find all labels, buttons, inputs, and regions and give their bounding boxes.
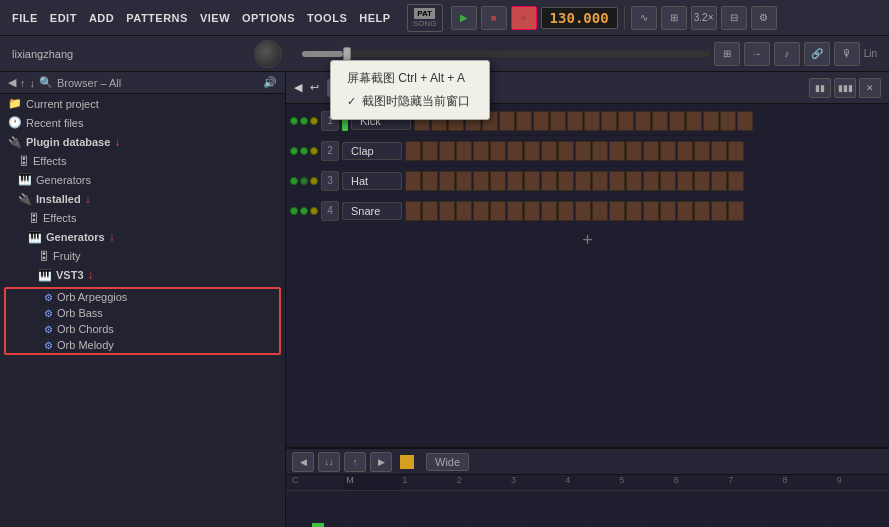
kick-pad-8[interactable] <box>533 111 549 131</box>
vst3-item-orb-melody[interactable]: ⚙ Orb Melody <box>6 337 279 353</box>
hat-pad-6[interactable] <box>490 171 506 191</box>
hat-pad-13[interactable] <box>609 171 625 191</box>
sidebar-item-installed[interactable]: 🔌 Installed ↓ <box>0 189 285 209</box>
clap-pad-11[interactable] <box>575 141 591 161</box>
snare-pad-18[interactable] <box>694 201 710 221</box>
vst3-item-orb-chords[interactable]: ⚙ Orb Chords <box>6 321 279 337</box>
record-button[interactable]: ● <box>511 6 537 30</box>
snare-pad-7[interactable] <box>507 201 523 221</box>
kick-pad-17[interactable] <box>686 111 702 131</box>
mixer-icon-btn[interactable]: ⊞ <box>714 42 740 66</box>
snare-pad-9[interactable] <box>541 201 557 221</box>
hat-pad-2[interactable] <box>422 171 438 191</box>
clap-pad-20[interactable] <box>728 141 744 161</box>
rack-bar-small[interactable]: ▮▮ <box>809 78 831 98</box>
hat-pad-11[interactable] <box>575 171 591 191</box>
hat-dot1[interactable] <box>290 177 298 185</box>
grid-content[interactable] <box>286 491 889 527</box>
menu-options[interactable]: OPTIONS <box>236 8 301 28</box>
snare-pad-1[interactable] <box>405 201 421 221</box>
clap-pad-16[interactable] <box>660 141 676 161</box>
snare-dot1[interactable] <box>290 207 298 215</box>
snare-pad-5[interactable] <box>473 201 489 221</box>
rack-close-btn[interactable]: ✕ <box>859 78 881 98</box>
undo-rack-btn[interactable]: ↩ <box>310 81 319 94</box>
kick-pad-16[interactable] <box>669 111 685 131</box>
bpm-display[interactable]: 130.000 <box>541 7 618 29</box>
sidebar-item-generators[interactable]: 🎹 Generators <box>0 170 285 189</box>
kick-pad-6[interactable] <box>499 111 515 131</box>
prev-icon[interactable]: ◀ <box>8 76 16 89</box>
snare-pad-12[interactable] <box>592 201 608 221</box>
kick-dot1[interactable] <box>290 117 298 125</box>
snare-name[interactable]: Snare <box>342 202 402 220</box>
color-swatch[interactable] <box>400 455 414 469</box>
hat-pad-18[interactable] <box>694 171 710 191</box>
vst3-item-orb-bass[interactable]: ⚙ Orb Bass <box>6 305 279 321</box>
settings-btn[interactable]: ⚙ <box>751 6 777 30</box>
hat-pad-16[interactable] <box>660 171 676 191</box>
clap-pad-19[interactable] <box>711 141 727 161</box>
clap-pad-3[interactable] <box>439 141 455 161</box>
clap-pad-10[interactable] <box>558 141 574 161</box>
sidebar-item-current-project[interactable]: 📁 Current project <box>0 94 285 113</box>
grid-btn[interactable]: ⊟ <box>721 6 747 30</box>
hat-pad-7[interactable] <box>507 171 523 191</box>
kick-pad-7[interactable] <box>516 111 532 131</box>
clap-pad-2[interactable] <box>422 141 438 161</box>
hat-name[interactable]: Hat <box>342 172 402 190</box>
search-icon[interactable]: 🔍 <box>39 76 53 89</box>
hat-pad-1[interactable] <box>405 171 421 191</box>
snare-pad-6[interactable] <box>490 201 506 221</box>
sidebar-item-plugin-database[interactable]: 🔌 Plugin database ↓ <box>0 132 285 152</box>
bt-prev[interactable]: ◀ <box>292 452 314 472</box>
fx-btn[interactable]: 🎙 <box>834 42 860 66</box>
hat-pad-9[interactable] <box>541 171 557 191</box>
eq-btn[interactable]: 3.2× <box>691 6 717 30</box>
snare-pad-17[interactable] <box>677 201 693 221</box>
menu-edit[interactable]: EDIT <box>44 8 83 28</box>
kick-pad-11[interactable] <box>584 111 600 131</box>
hat-dot2[interactable] <box>300 177 308 185</box>
kick-pad-14[interactable] <box>635 111 651 131</box>
clap-pad-7[interactable] <box>507 141 523 161</box>
snare-pad-4[interactable] <box>456 201 472 221</box>
note-btn[interactable]: ♪ <box>774 42 800 66</box>
menu-patterns[interactable]: PATTERNS <box>120 8 194 28</box>
pat-song-toggle[interactable]: PAT SONG <box>407 4 443 32</box>
sidebar-item-fruity[interactable]: 🎛 Fruity <box>0 247 285 265</box>
clap-pad-13[interactable] <box>609 141 625 161</box>
sidebar-item-recent-files[interactable]: 🕐 Recent files <box>0 113 285 132</box>
menu-file[interactable]: FILE <box>6 8 44 28</box>
sidebar-item-effects[interactable]: 🎛 Effects <box>0 152 285 170</box>
menu-tools[interactable]: TOOLS <box>301 8 353 28</box>
link-btn[interactable]: 🔗 <box>804 42 830 66</box>
hat-pad-15[interactable] <box>643 171 659 191</box>
clap-pad-8[interactable] <box>524 141 540 161</box>
arrow-btn[interactable]: → <box>744 42 770 66</box>
snare-pad-15[interactable] <box>643 201 659 221</box>
snare-pad-14[interactable] <box>626 201 642 221</box>
kick-dot3[interactable] <box>310 117 318 125</box>
snare-pad-3[interactable] <box>439 201 455 221</box>
snare-pad-13[interactable] <box>609 201 625 221</box>
snare-pad-20[interactable] <box>728 201 744 221</box>
kick-pad-19[interactable] <box>720 111 736 131</box>
clap-pad-9[interactable] <box>541 141 557 161</box>
hat-pad-10[interactable] <box>558 171 574 191</box>
clap-pad-14[interactable] <box>626 141 642 161</box>
menu-help[interactable]: HELP <box>353 8 396 28</box>
snare-dot2[interactable] <box>300 207 308 215</box>
menu-add[interactable]: ADD <box>83 8 120 28</box>
sidebar-item-vst3[interactable]: 🎹 VST3 ↓ <box>0 265 285 285</box>
kick-pad-20[interactable] <box>737 111 753 131</box>
prev-rack-btn[interactable]: ◀ <box>294 81 302 94</box>
hat-pad-4[interactable] <box>456 171 472 191</box>
volume-slider-handle[interactable] <box>343 47 351 61</box>
kick-dot2[interactable] <box>300 117 308 125</box>
vst3-item-orb-arpeggios[interactable]: ⚙ Orb Arpeggios <box>6 289 279 305</box>
snare-pad-19[interactable] <box>711 201 727 221</box>
stop-button[interactable]: ■ <box>481 6 507 30</box>
play-button[interactable]: ▶ <box>451 6 477 30</box>
hat-pad-5[interactable] <box>473 171 489 191</box>
